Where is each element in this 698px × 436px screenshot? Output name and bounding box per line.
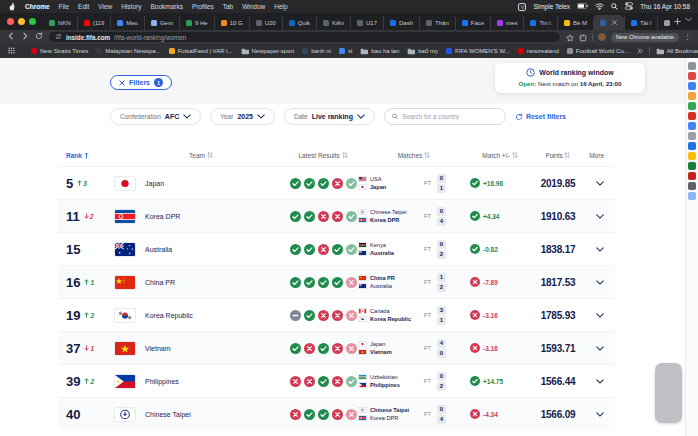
tab[interactable]: Face — [455, 16, 490, 30]
menu-clock[interactable]: Thu 16 Apr 10:58 — [640, 3, 690, 10]
profile-avatar[interactable] — [598, 33, 606, 41]
side-rail-icon[interactable] — [688, 132, 696, 140]
apps-grid-icon[interactable] — [8, 47, 15, 55]
url-bar[interactable]: inside.fifa.com/fifa-world-ranking/women — [49, 32, 560, 42]
column-header-latest-results[interactable]: Latest Results — [288, 151, 358, 159]
expand-row-button[interactable] — [586, 346, 610, 351]
table-row-korea-dpr[interactable]: 11 2 Korea DPR Chinese Taipei Korea DPR … — [58, 199, 615, 232]
column-header-points[interactable]: Points — [530, 151, 586, 159]
bookmark-item[interactable]: sl — [339, 48, 352, 54]
all-bookmarks-button[interactable]: All Bookmarks — [656, 48, 698, 55]
input-source-label[interactable]: Simple Telex — [533, 3, 570, 10]
menu-item[interactable]: Help — [274, 3, 287, 10]
side-rail-icon[interactable] — [688, 192, 696, 200]
column-header-rank[interactable]: Rank — [58, 152, 114, 159]
table-row-korea-republic[interactable]: 19 2 Korea Republic Canada Korea Republi… — [58, 298, 615, 331]
zoom-window-button[interactable] — [29, 18, 36, 25]
filter-pill-year[interactable]: Year2025 — [210, 108, 275, 125]
side-rail-icon[interactable] — [688, 142, 696, 150]
wifi-icon[interactable] — [595, 3, 604, 11]
menu-item[interactable]: File — [59, 3, 69, 10]
site-settings-icon[interactable] — [55, 33, 62, 41]
update-chrome-chip[interactable]: New Chrome available — [611, 33, 679, 42]
column-header-team[interactable]: Team — [114, 151, 288, 159]
filters-button[interactable]: Filters 1 — [110, 75, 172, 90]
menu-item[interactable]: Profiles — [192, 3, 214, 10]
tab[interactable]: Quik — [282, 16, 316, 30]
side-rail-icon[interactable] — [688, 62, 696, 70]
expand-row-button[interactable] — [586, 412, 610, 417]
tab[interactable]: 10 G — [214, 16, 249, 30]
menu-item[interactable]: Tab — [223, 3, 233, 10]
new-tab-button[interactable] — [674, 18, 681, 27]
bookmark-item[interactable]: Newpaper-sport — [241, 48, 295, 55]
table-row-philippines[interactable]: 39 2 Philippines Uzbekistan Philippines … — [58, 364, 615, 397]
tab[interactable]: Tin t — [523, 16, 556, 30]
bookmark-item[interactable]: FutsalFeed | VAR i... — [169, 48, 233, 54]
country-search-box[interactable] — [384, 108, 506, 125]
tab[interactable]: (119 — [77, 16, 111, 30]
apple-icon[interactable] — [8, 2, 16, 12]
battery-icon[interactable] — [577, 3, 588, 10]
menu-app-name[interactable]: Chrome — [25, 3, 50, 10]
table-row-australia[interactable]: 15 Australia Kenya Australia FT 02 -0.82… — [58, 232, 615, 265]
bookmarks-overflow-icon[interactable] — [637, 48, 643, 55]
tab[interactable]: mes — [490, 16, 523, 30]
menu-item[interactable]: Edit — [78, 3, 89, 10]
side-rail-icon[interactable] — [688, 82, 696, 90]
filter-pill-confederation[interactable]: ConfederationAFC — [110, 108, 201, 125]
back-button[interactable] — [7, 32, 15, 42]
table-row-japan[interactable]: 5 3 Japan USA Japan FT 01 +16.96 2019.85 — [58, 166, 615, 199]
side-rail-icon[interactable] — [688, 162, 696, 170]
bookmark-item[interactable]: bao ha lan — [360, 48, 399, 55]
bookmark-item[interactable]: Football World Cu... — [567, 48, 629, 54]
tab[interactable]: U17 — [350, 16, 383, 30]
scrollbar-thumb[interactable] — [655, 363, 682, 423]
reset-filters-link[interactable]: Reset filters — [515, 113, 566, 121]
tab[interactable]: Mẹo — [110, 16, 144, 30]
expand-row-button[interactable] — [586, 214, 610, 219]
tab[interactable]: Thân — [419, 16, 455, 30]
side-rail-icon[interactable] — [688, 112, 696, 120]
side-rail-icon[interactable] — [688, 72, 696, 80]
filter-pill-date[interactable]: DateLive ranking — [284, 108, 375, 125]
spotlight-search-icon[interactable] — [611, 3, 618, 11]
expand-row-button[interactable] — [586, 247, 610, 252]
reload-button[interactable] — [35, 32, 43, 42]
menu-item[interactable]: Bookmarks — [150, 3, 183, 10]
control-center-icon[interactable] — [625, 2, 633, 11]
tab[interactable]: 9 He — [179, 16, 214, 30]
column-header-matches[interactable]: Matches — [358, 151, 470, 159]
expand-row-button[interactable] — [586, 181, 610, 186]
expand-row-button[interactable] — [586, 280, 610, 285]
bookmark-item[interactable]: New Straits Times — [31, 48, 88, 54]
tab[interactable]: Dash — [383, 16, 419, 30]
expand-row-button[interactable] — [586, 379, 610, 384]
tab[interactable]: Gem — [144, 16, 179, 30]
menu-item[interactable]: Window — [242, 3, 265, 10]
side-rail-icon[interactable] — [688, 172, 696, 180]
side-rail-icon[interactable] — [688, 182, 696, 190]
tab-search-button[interactable] — [685, 8, 692, 26]
bookmark-item[interactable]: banh ni — [302, 48, 331, 54]
table-row-vietnam[interactable]: 37 1 Vietnam Japan Vietnam FT 40 -3.16 1… — [58, 331, 615, 364]
bookmark-item[interactable]: newzealand — [518, 48, 559, 54]
close-window-button[interactable] — [7, 18, 14, 25]
bookmark-item[interactable]: Malaysian Newspa... — [96, 48, 160, 54]
column-header-match-[interactable]: Match +/- — [470, 151, 530, 159]
tab-close-icon[interactable] — [612, 20, 617, 25]
menu-item[interactable]: History — [121, 3, 141, 10]
table-row-china-pr[interactable]: 16 1 China PR China PR Australia FT 12 -… — [58, 265, 615, 298]
menu-item[interactable]: View — [98, 3, 112, 10]
side-rail-icon[interactable] — [688, 152, 696, 160]
bookmark-item[interactable]: FIFA WOMEN'S W... — [446, 48, 510, 54]
input-source-icon[interactable]: V — [518, 3, 526, 11]
minimize-window-button[interactable] — [18, 18, 25, 25]
side-rail-icon[interactable] — [688, 122, 696, 130]
table-row-chinese-taipei[interactable]: 40 Chinese Taipei Chinese Taipei Korea D… — [58, 397, 615, 430]
expand-row-button[interactable] — [586, 313, 610, 318]
forward-button[interactable] — [21, 32, 29, 42]
side-rail-icon[interactable] — [688, 92, 696, 100]
tab[interactable]: U20 — [249, 16, 282, 30]
browser-menu-button[interactable]: ⋮ — [684, 33, 691, 41]
